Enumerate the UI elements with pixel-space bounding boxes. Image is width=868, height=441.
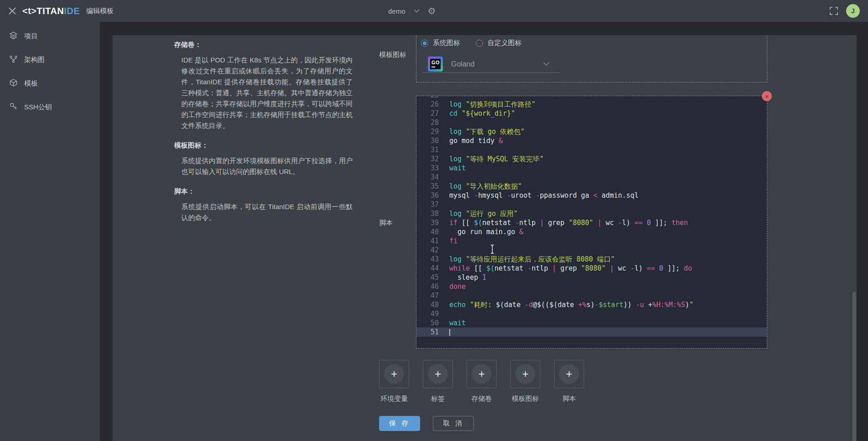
code-line-50[interactable]: 50wait: [416, 318, 767, 328]
code-line-26[interactable]: 26log "切换到项目工作路径": [416, 100, 767, 109]
page-scrollbar[interactable]: [853, 292, 856, 441]
logo-prefix: <t>: [22, 6, 37, 16]
code-line-36[interactable]: 36mysql -hmysql -uroot -ppassword ga < a…: [416, 191, 767, 200]
code-line-43[interactable]: 43log "等待应用运行起来后，应该会监听 8080 端口": [416, 255, 767, 264]
script-field-label: 脚本: [379, 219, 393, 227]
code-line-44[interactable]: 44while [[ $(netstat -ntlp | grep "8080"…: [416, 264, 767, 273]
code-line-42[interactable]: 42: [416, 246, 767, 255]
code-line-48[interactable]: 48echo "耗时: $(date -d@$(($(date +%s)-$st…: [416, 300, 767, 309]
sidebar-item-项目[interactable]: 项目: [0, 25, 100, 47]
chevron-down-icon[interactable]: [543, 62, 550, 66]
sidebar-item-label: 架构图: [24, 56, 45, 64]
add-模板图标-button[interactable]: +: [510, 360, 540, 388]
plus-icon: +: [559, 364, 579, 384]
code-text: log "导入初始化数据": [439, 182, 522, 191]
line-number: 25: [416, 96, 439, 100]
code-line-30[interactable]: 30go mod tidy &: [416, 136, 767, 145]
sidebar-item-架构图[interactable]: 架构图: [0, 48, 100, 71]
code-line-38[interactable]: 38log "运行 go 应用": [416, 209, 767, 218]
code-area[interactable]: 2526log "切换到项目工作路径"27cd "${work_dir}"282…: [416, 96, 767, 348]
add-存储卷-button[interactable]: +: [467, 360, 497, 388]
code-text: go run main.go &: [439, 227, 524, 236]
line-number: 48: [416, 300, 439, 309]
remove-script-icon[interactable]: ×: [762, 91, 772, 101]
radio-custom-icon[interactable]: [476, 40, 483, 47]
add-脚本-button[interactable]: +: [554, 360, 584, 388]
code-text: mysql -hmysql -uroot -ppassword ga < adm…: [439, 191, 638, 200]
add-item-label: 存储卷: [467, 395, 497, 403]
code-line-39[interactable]: 39if [[ $(netstat -ntlp | grep "8080" | …: [416, 218, 767, 227]
code-line-47[interactable]: 47: [416, 291, 767, 300]
sidebar-item-模板[interactable]: 模板: [0, 72, 100, 95]
radio-custom-label[interactable]: 自定义图标: [488, 39, 522, 47]
code-line-31[interactable]: 31: [416, 145, 767, 154]
avatar[interactable]: J: [846, 4, 860, 18]
workspace-name[interactable]: demo: [388, 7, 406, 15]
code-text: if [[ $(netstat -ntlp | grep "8080" | wc…: [439, 218, 688, 227]
settings-gear-icon[interactable]: ⚙: [428, 5, 436, 16]
code-text: sleep 1: [439, 273, 486, 282]
page-title: 编辑模板: [86, 7, 113, 15]
add-环境变量-button[interactable]: +: [379, 360, 409, 388]
code-text: [439, 246, 449, 255]
script-editor[interactable]: × 2526log "切换到项目工作路径"27cd "${work_dir}"2…: [416, 96, 767, 349]
line-number: 31: [416, 145, 439, 154]
chevron-down-icon[interactable]: [414, 9, 420, 13]
code-text: done: [439, 282, 466, 291]
line-number: 41: [416, 236, 439, 246]
plus-icon: +: [515, 364, 535, 384]
docs-heading: 脚本：: [174, 187, 353, 196]
line-number: 35: [416, 182, 439, 191]
sidebar: 项目架构图模板SSH公钥: [0, 22, 100, 441]
code-text: [439, 328, 450, 337]
radio-system-icon[interactable]: [421, 40, 428, 47]
code-line-41[interactable]: 41fi: [416, 236, 767, 246]
save-button[interactable]: 保 存: [379, 416, 420, 431]
code-text: echo "耗时: $(date -d@$(($(date +%s)-$star…: [439, 300, 693, 309]
docs-paragraph: 系统提供内置的开发环境模板图标供用户下拉选择，用户也可以输入可以访问的图标在线 …: [181, 155, 353, 177]
code-line-40[interactable]: 40 go run main.go &: [416, 227, 767, 236]
cancel-button[interactable]: 取 消: [433, 416, 474, 431]
code-line-29[interactable]: 29log "下载 go 依赖包": [416, 127, 767, 136]
icon-select[interactable]: GO Goland: [422, 56, 560, 73]
code-text: log "等待应用运行起来后，应该会监听 8080 端口": [439, 255, 615, 264]
docs-paragraph: 系统提供启动脚本，可以在 TitanIDE 启动前调用一些默认的命令。: [181, 201, 353, 223]
line-number: 40: [416, 227, 439, 236]
code-text: [439, 96, 449, 100]
code-line-46[interactable]: 46done: [416, 282, 767, 291]
add-标签-button[interactable]: +: [423, 360, 453, 388]
code-line-35[interactable]: 35log "导入初始化数据": [416, 182, 767, 191]
code-line-25[interactable]: 25: [416, 96, 767, 100]
plus-icon: +: [428, 364, 448, 384]
code-line-28[interactable]: 28: [416, 118, 767, 127]
code-line-49[interactable]: 49: [416, 309, 767, 318]
code-line-45[interactable]: 45 sleep 1: [416, 273, 767, 282]
code-line-27[interactable]: 27cd "${work_dir}": [416, 109, 767, 118]
workspace-switcher[interactable]: demo ⚙: [388, 0, 436, 22]
code-line-32[interactable]: 32log "等待 MySQL 安装完毕": [416, 154, 767, 164]
line-number: 46: [416, 282, 439, 291]
close-icon[interactable]: [6, 5, 19, 17]
code-line-51[interactable]: 51: [416, 328, 767, 337]
fullscreen-icon[interactable]: [830, 7, 838, 15]
add-item-label: 脚本: [554, 395, 584, 403]
editor-caret: [449, 329, 450, 336]
add-item-模板图标: +模板图标: [510, 360, 540, 403]
code-text: wait: [439, 318, 466, 328]
text-cursor-icon: [489, 244, 495, 256]
code-line-33[interactable]: 33wait: [416, 164, 767, 173]
line-number: 30: [416, 136, 439, 145]
add-item-环境变量: +环境变量: [379, 360, 409, 403]
code-line-34[interactable]: 34: [416, 173, 767, 182]
plus-icon: +: [472, 364, 492, 384]
radio-system-label[interactable]: 系统图标: [433, 39, 460, 47]
sidebar-item-SSH公钥[interactable]: SSH公钥: [0, 96, 100, 118]
line-number: 26: [416, 100, 439, 109]
code-line-37[interactable]: 37: [416, 200, 767, 209]
docs-heading: 存储卷：: [174, 41, 353, 49]
template-icon-section: 系统图标 自定义图标 GO Goland: [416, 35, 767, 82]
code-text: log "运行 go 应用": [439, 209, 518, 218]
line-number: 29: [416, 127, 439, 136]
code-text: wait: [439, 164, 466, 173]
line-number: 32: [416, 154, 439, 164]
